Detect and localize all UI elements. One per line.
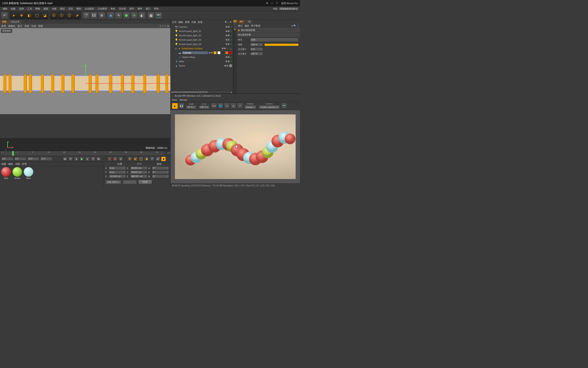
render-view-icon[interactable]: 🎬 [82,12,90,19]
deformer-icon[interactable]: ✲ [131,12,138,19]
vp-menu-摄像机[interactable]: 摄像机 [8,24,15,28]
layout-selector[interactable]: 界面: 阿诺德布局 (用户) [273,7,299,10]
tab-attributes[interactable]: 属性 [237,20,246,24]
attr-search-icon[interactable]: 🔍 [293,24,297,27]
mat-menu-功能[interactable]: 功能 [15,162,20,166]
object-helix[interactable]: §Helix✓ [171,59,233,64]
menu-流水线[interactable]: 流水线 [117,7,127,11]
menu-角色[interactable]: 角色 [109,7,117,11]
share-icon[interactable]: ⇪ [276,2,278,5]
inter-min-field[interactable]: 0 %‡ [250,47,263,51]
visibility-dots[interactable] [226,35,229,36]
vp-menu-显示[interactable]: 显示 [18,24,22,28]
search-icon[interactable]: 🔍 [225,21,227,23]
menu-插件[interactable]: 插件 [128,7,135,11]
key-pos-button[interactable]: ✥ [127,156,132,161]
tab-render-settings[interactable]: 渲染设置 [9,20,22,24]
undo-button[interactable]: ↶ [1,12,8,19]
ipr-close-icon[interactable]: □ [172,94,173,97]
obj-menu-文件[interactable]: 文件 [172,20,177,24]
object-subdivision-surface[interactable]: ⊟●Subdivision Surface✓△ [171,46,233,51]
texture-tag-icon[interactable] [229,64,232,67]
vp-menu-查看[interactable]: 查看 [1,24,6,28]
strength-slider[interactable] [264,44,299,46]
menu-创建[interactable]: 创建 [9,7,17,11]
spline-tool-icon[interactable]: ✎ [115,12,122,19]
object-arnold-quad_light_01[interactable]: 💡Arnold quad_light_01✓ [171,29,233,33]
obj-menu-标签[interactable]: 标签 [198,20,202,24]
rgb-button[interactable]: RGB [211,103,217,109]
vp-menu-面板[interactable]: 面板 [38,24,43,28]
enable-check-icon[interactable]: ✓ [230,26,232,28]
vp-rotate-icon[interactable]: ↻ [165,25,166,27]
pos-X-field[interactable]: 0 cm‡ [109,166,126,170]
cylinder-tag-2[interactable] [221,51,224,54]
object-arnold-quad_light_03[interactable]: 💡Arnold quad_light_03✓ [171,38,233,42]
menu-雕刻[interactable]: 雕刻 [75,7,82,11]
menu-网格[interactable]: 网格 [34,7,42,11]
vp-layout-icon[interactable]: ▦ [167,25,169,27]
menu-动画[interactable]: 动画 [51,7,58,11]
coord-system-icon[interactable]: ⬈ [73,12,81,19]
pos-Y-field[interactable]: 0 cm‡ [109,170,126,174]
visibility-dots[interactable] [226,39,229,41]
attr-menu-用户数据[interactable]: 用户数据 [251,24,260,28]
zoom-field[interactable]: 100 % ‡ [199,105,210,109]
sound-button[interactable]: 🔊 [156,156,160,161]
cylinder-tag-0[interactable] [214,51,217,54]
record-button[interactable]: ● [107,156,112,161]
size-mode-select[interactable]: 绝对尺寸 ▾ [123,180,137,184]
axis-x-icon[interactable]: Ⓧ [50,12,57,19]
render-settings-icon[interactable]: ⚙ [98,12,105,19]
ipr-play-button[interactable]: ▶ [172,103,178,109]
key-scale-button[interactable]: ◧ [133,156,138,161]
next-frame-button[interactable]: ▸ [85,156,90,161]
warn-tag-icon[interactable]: △ [229,47,232,50]
mat-menu-纹理[interactable]: 纹理 [22,162,27,166]
grid-icon[interactable]: ▦ [147,12,155,19]
export-icon[interactable]: ↗ [237,103,243,109]
crop-icon[interactable]: ▭ [224,103,230,109]
move-tool-icon[interactable]: ✥ [18,12,25,19]
material-blue[interactable]: Blue [23,167,34,179]
material-red[interactable]: Red [1,167,11,179]
coord-mode-select[interactable]: 对象 (相对) ▾ [105,180,121,184]
display-select[interactable]: beauty ▾ [244,105,256,109]
ipr-pause-button[interactable]: ❚❚ [178,103,184,109]
menu-模拟[interactable]: 模拟 [59,7,66,11]
loop-button[interactable]: ↻ [68,156,73,161]
goto-end-button[interactable]: ⏭ [96,156,101,161]
camera-select[interactable]: <active camera> ▾ [258,105,280,109]
enable-check-icon[interactable]: ✓ [230,39,232,41]
frame-current-field[interactable]: 72 F [40,157,52,161]
visibility-dots[interactable] [224,65,228,67]
eye-icon[interactable]: 👁 [229,21,232,23]
loop-start-field[interactable]: 0 F [14,157,26,161]
menu-运动跟踪[interactable]: 运动跟踪 [83,7,96,11]
obj-menu-对象[interactable]: 对象 [191,20,196,24]
keyframe-sel-button[interactable]: ◎ [118,156,123,161]
rotate-tool-icon[interactable]: ◯ [33,12,41,19]
scale-field[interactable]: 92 % ‡ [186,105,196,109]
nav-back-icon[interactable]: ◀ [291,24,293,27]
visibility-dots[interactable] [222,47,226,49]
key-pla-button[interactable]: P [150,156,155,161]
vp-menu-过滤[interactable]: 过滤 [31,24,36,28]
select-tool-icon[interactable]: ➤ [10,12,17,19]
key-param-button[interactable]: ◆ [144,156,149,161]
home-icon[interactable]: ⌂ [228,21,229,23]
visibility-dots[interactable] [209,52,213,54]
attr-lock-icon[interactable]: ⤴ [297,24,299,27]
enable-check-icon[interactable]: ✓ [230,43,232,46]
viewport-perspective[interactable]: 透视视图 YXZ 网格间距 : 10000 cm [0,28,170,151]
object-arnold-quad_light_04[interactable]: 💡Arnold quad_light_04✓ [171,42,233,46]
dopesheet-button[interactable]: ▮ [161,156,166,161]
compare-icon[interactable]: ◫ [230,103,237,109]
side-tab-0[interactable]: 对象 [233,20,237,22]
menu-选择[interactable]: 选择 [18,7,25,11]
loop-fwd-button[interactable]: ↺ [91,156,96,161]
render-picture-icon[interactable]: 🎞 [90,12,98,19]
enable-check-icon[interactable]: ✓ [230,34,232,37]
vp-menu-选项[interactable]: 选项 [24,24,29,28]
globe-icon[interactable]: 🌐 [218,103,223,109]
